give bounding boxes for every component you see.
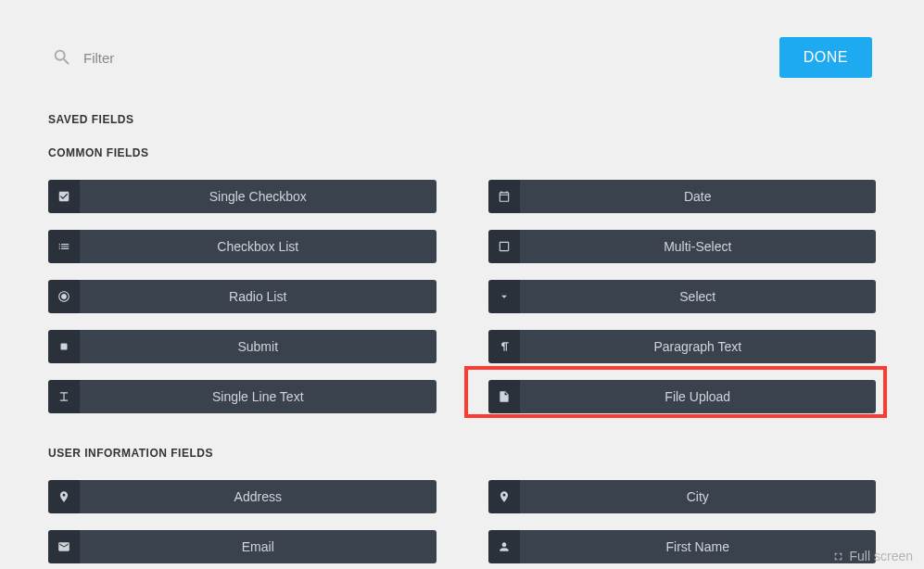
- field-email[interactable]: Email: [48, 530, 437, 563]
- done-button[interactable]: DONE: [779, 37, 872, 78]
- field-label: Paragraph Text: [520, 330, 877, 363]
- field-paragraph-text[interactable]: Paragraph Text: [488, 330, 877, 363]
- common-fields-heading: COMMON FIELDS: [48, 146, 876, 159]
- field-label: City: [520, 480, 877, 513]
- map-pin-icon: [48, 480, 80, 513]
- map-pin-icon: [488, 480, 520, 513]
- checkbox-icon: [48, 180, 80, 213]
- field-address[interactable]: Address: [48, 480, 437, 513]
- field-label: Radio List: [80, 280, 437, 313]
- field-single-checkbox[interactable]: Single Checkbox: [48, 180, 437, 213]
- common-fields-grid: Single Checkbox Date Checkbox List Multi…: [48, 180, 876, 413]
- search-icon: [52, 47, 72, 68]
- fullscreen-label: Full screen: [850, 549, 913, 563]
- svg-rect-0: [61, 344, 68, 350]
- field-label: Single Line Text: [80, 380, 437, 413]
- text-cursor-icon: [48, 380, 80, 413]
- file-icon: [488, 380, 520, 413]
- field-city[interactable]: City: [488, 480, 877, 513]
- field-label: Single Checkbox: [80, 180, 437, 213]
- filter-input[interactable]: [83, 50, 269, 66]
- radio-icon: [48, 280, 80, 313]
- user-icon: [488, 530, 520, 563]
- saved-fields-heading: SAVED FIELDS: [48, 113, 876, 126]
- field-label: Multi-Select: [520, 230, 877, 263]
- chevron-down-icon: [488, 280, 520, 313]
- field-label: Checkbox List: [80, 230, 437, 263]
- field-label: First Name: [520, 530, 877, 563]
- paragraph-icon: [488, 330, 520, 363]
- field-label: Select: [520, 280, 877, 313]
- field-single-line-text[interactable]: Single Line Text: [48, 380, 437, 413]
- field-radio-list[interactable]: Radio List: [48, 280, 437, 313]
- envelope-icon: [48, 530, 80, 563]
- expand-icon: [832, 550, 844, 563]
- field-submit[interactable]: Submit: [48, 330, 437, 363]
- fullscreen-button[interactable]: Full screen: [832, 549, 913, 563]
- field-select[interactable]: Select: [488, 280, 877, 313]
- field-multi-select[interactable]: Multi-Select: [488, 230, 877, 263]
- field-checkbox-list[interactable]: Checkbox List: [48, 230, 437, 263]
- user-info-fields-section: USER INFORMATION FIELDS Address City Ema…: [0, 447, 924, 563]
- search-container: [52, 47, 269, 68]
- square-outline-icon: [488, 230, 520, 263]
- user-info-heading: USER INFORMATION FIELDS: [48, 447, 876, 460]
- common-fields-section: COMMON FIELDS Single Checkbox Date Check…: [0, 146, 924, 413]
- field-label: File Upload: [520, 380, 877, 413]
- list-icon: [48, 230, 80, 263]
- stop-icon: [48, 330, 80, 363]
- calendar-icon: [488, 180, 520, 213]
- user-info-fields-grid: Address City Email First Name: [48, 480, 876, 563]
- field-label: Submit: [80, 330, 437, 363]
- saved-fields-section: SAVED FIELDS: [0, 113, 924, 126]
- field-file-upload[interactable]: File Upload: [488, 380, 877, 413]
- field-first-name[interactable]: First Name: [488, 530, 877, 563]
- field-label: Date: [520, 180, 877, 213]
- field-label: Email: [80, 530, 437, 563]
- field-date[interactable]: Date: [488, 180, 877, 213]
- field-label: Address: [80, 480, 437, 513]
